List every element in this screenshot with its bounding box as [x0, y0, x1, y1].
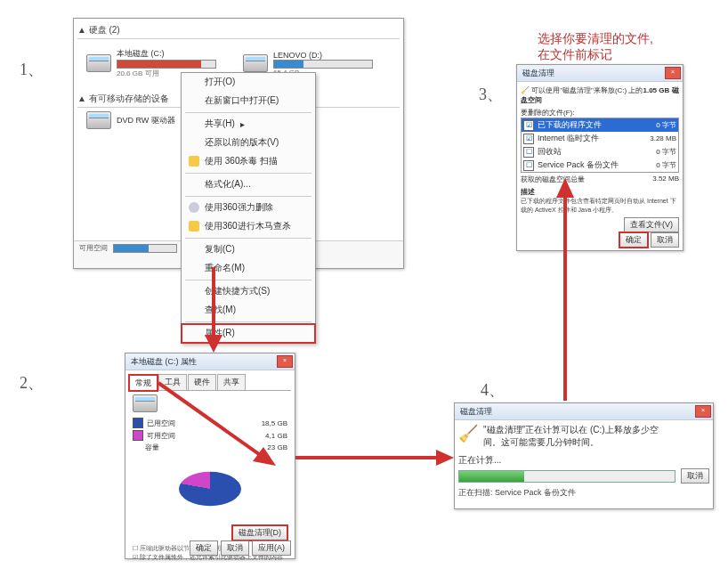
file-item-1[interactable]: ☑Internet 临时文件3.28 MB: [522, 132, 678, 145]
file-item-3[interactable]: ☐Service Pack 备份文件0 字节: [522, 158, 678, 172]
checkbox-icon[interactable]: ☑: [523, 134, 534, 144]
titlebar: 磁盘清理 ×: [517, 65, 683, 82]
close-icon[interactable]: ×: [695, 405, 711, 418]
titlebar: 本地磁盘 (C:) 属性 ×: [125, 354, 295, 370]
properties-dialog: 本地磁盘 (C:) 属性 × 常规 工具 硬件 共享 已用空间18,5 GB 可…: [125, 353, 295, 559]
tab-tools[interactable]: 工具: [158, 374, 187, 390]
used-legend: 已用空间18,5 GB: [133, 418, 287, 428]
instruction-line2: 在文件前标记: [538, 47, 612, 61]
menu-copy[interactable]: 复制(C): [182, 240, 315, 259]
capacity-legend: 容量23 GB: [133, 443, 287, 452]
cancel-button[interactable]: 取消: [681, 468, 709, 484]
desc-text: 已下载的程序文件包含查看特定网页时自动从 Internet 下载的 Active…: [521, 197, 679, 215]
menu-format[interactable]: 格式化(A)...: [182, 175, 315, 194]
menu-360-muma[interactable]: 使用360进行木马查杀: [182, 217, 315, 236]
menu-shortcut[interactable]: 创建快捷方式(S): [182, 282, 315, 301]
drive-icon: [86, 54, 111, 72]
tab-share[interactable]: 共享: [217, 374, 246, 390]
drive-icon: [243, 54, 268, 72]
tutorial-canvas: 1、 2、 3、 4、 选择你要清理的文件, 在文件前标记 ▲ 硬盘 (2) 本…: [0, 0, 728, 577]
view-files-button[interactable]: 查看文件(V): [624, 217, 679, 232]
menu-restore[interactable]: 还原以前的版本(V): [182, 134, 315, 152]
cancel-button[interactable]: 取消: [221, 540, 249, 556]
step-4-label: 4、: [481, 379, 505, 401]
file-item-2[interactable]: ☐回收站0 字节: [522, 145, 678, 158]
file-item-0[interactable]: ☑已下载的程序文件0 字节: [522, 118, 678, 132]
drives-header: ▲ 硬盘 (2): [77, 24, 400, 37]
close-icon[interactable]: ×: [665, 67, 681, 79]
pie-chart: [179, 472, 241, 507]
ok-button[interactable]: 确定: [619, 232, 648, 248]
menu-find[interactable]: 查找(M): [182, 301, 315, 320]
close-icon[interactable]: ×: [277, 355, 293, 368]
file-list: ☑已下载的程序文件0 字节 ☑Internet 临时文件3.28 MB ☐回收站…: [521, 118, 679, 173]
tab-general[interactable]: 常规: [129, 375, 158, 391]
svg-marker-5: [436, 450, 454, 466]
disk-cleanup-button[interactable]: 磁盘清理(D): [232, 525, 288, 540]
calc-label: 正在计算...: [458, 454, 709, 467]
gear-icon: [189, 202, 199, 213]
menu-share[interactable]: 共享(H) ▸: [182, 115, 315, 134]
instruction-line1: 选择你要清理的文件,: [538, 31, 653, 45]
drive-icon: [133, 394, 158, 412]
step-2-label: 2、: [20, 372, 44, 394]
cleanup-desc: 🧹 可以使用"磁盘清理"来释放(C:) 上的1.05 GB 磁盘空间: [521, 85, 679, 105]
instruction-text: 选择你要清理的文件, 在文件前标记: [538, 30, 653, 62]
menu-open[interactable]: 打开(O): [182, 73, 315, 92]
cancel-button[interactable]: 取消: [651, 232, 679, 248]
broom-icon: 🧹: [458, 424, 478, 449]
menu-360-forcedel[interactable]: 使用360强力删除: [182, 199, 315, 217]
context-menu: 打开(O) 在新窗口中打开(E) 共享(H) ▸ 还原以前的版本(V) 使用 3…: [181, 72, 316, 344]
step-1-label: 1、: [20, 59, 44, 80]
list-header: 要删除的文件(F):: [521, 108, 679, 118]
ok-button[interactable]: 确定: [190, 540, 218, 556]
shield-icon: [189, 156, 199, 167]
scanning-label: 正在扫描: Service Pack 备份文件: [458, 487, 709, 499]
progress-bar: [458, 470, 675, 483]
progress-dialog: 磁盘清理 × 🧹 "磁盘清理"正在计算可以在 (C:)上释放多少空间。这可能需要…: [454, 402, 714, 509]
menu-open-new[interactable]: 在新窗口中打开(E): [182, 92, 315, 110]
checkbox-icon[interactable]: ☐: [523, 160, 534, 171]
cleanup-dialog: 磁盘清理 × 🧹 可以使用"磁盘清理"来释放(C:) 上的1.05 GB 磁盘空…: [516, 64, 684, 251]
shield-icon: [189, 221, 199, 232]
menu-360-scan[interactable]: 使用 360杀毒 扫描: [182, 152, 315, 171]
dvd-icon: [86, 111, 111, 129]
explorer-window: ▲ 硬盘 (2) 本地磁盘 (C:) 20.6 GB 可用 LENOVO (D:…: [73, 18, 404, 269]
checkbox-icon[interactable]: ☑: [523, 120, 534, 131]
arrow-2-4: [295, 445, 456, 472]
tab-hardware[interactable]: 硬件: [188, 374, 216, 390]
apply-button[interactable]: 应用(A): [252, 540, 291, 556]
desc-section: 描述: [521, 187, 679, 197]
titlebar: 磁盘清理 ×: [455, 403, 713, 420]
menu-properties[interactable]: 属性(R): [182, 324, 315, 343]
progress-text: "磁盘清理"正在计算可以在 (C:)上释放多少空间。这可能需要几分钟时间。: [483, 424, 659, 449]
checkbox-icon[interactable]: ☐: [523, 147, 534, 158]
free-legend: 可用空间4,1 GB: [133, 430, 287, 441]
menu-rename[interactable]: 重命名(M): [182, 259, 315, 278]
step-3-label: 3、: [479, 84, 503, 105]
tabs: 常规 工具 硬件 共享: [129, 374, 291, 391]
